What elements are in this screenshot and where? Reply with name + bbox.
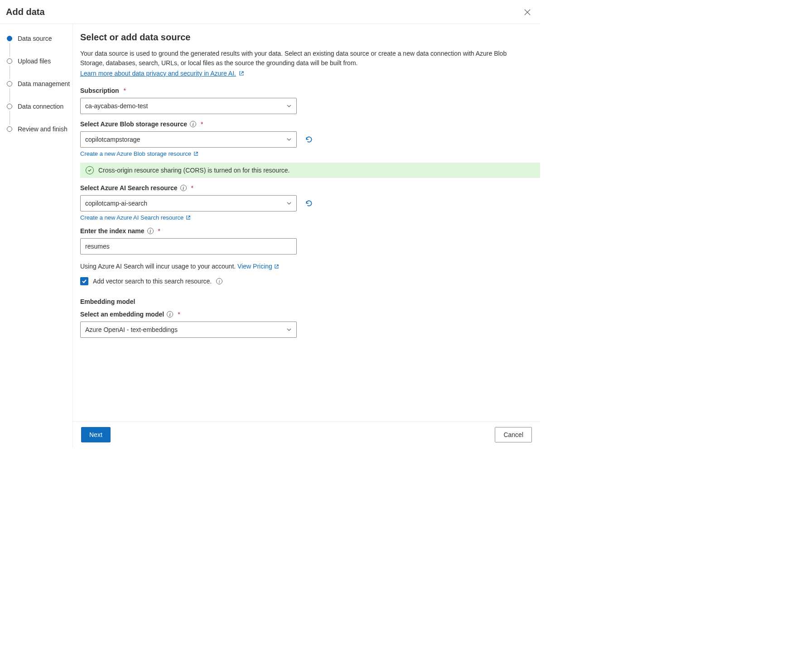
info-icon[interactable]: i [167,311,173,317]
blob-storage-field: Select Azure Blob storage resource i * c… [80,120,531,157]
page-description: Your data source is used to ground the g… [80,49,531,68]
info-icon[interactable]: i [190,121,196,127]
blob-storage-label: Select Azure Blob storage resource i * [80,120,203,128]
external-link-icon [193,151,198,156]
embedding-model-field: Select an embedding model i * Azure Open… [80,311,531,338]
learn-more-link[interactable]: Learn more about data privacy and securi… [80,70,244,77]
required-star: * [158,227,160,235]
embedding-model-select[interactable]: Azure OpenAI - text-embeddings [80,322,297,338]
vector-search-checkbox[interactable] [80,277,88,285]
step-bullet [7,126,12,132]
cors-success-banner: Cross-origin resource sharing (CORS) is … [80,163,540,178]
view-pricing-link[interactable]: View Pricing [237,263,279,270]
next-button[interactable]: Next [81,427,111,442]
dialog-body: Data source Upload files Data management… [0,24,540,448]
external-link-icon [186,215,191,220]
refresh-search-button[interactable] [305,199,313,207]
info-icon[interactable]: i [216,278,222,284]
blob-storage-select[interactable]: copilotcampstorage [80,131,297,148]
create-search-link[interactable]: Create a new Azure AI Search resource [80,214,191,221]
blob-storage-value: copilotcampstorage [85,136,140,143]
step-bullet-active [7,36,12,41]
embedding-model-value: Azure OpenAI - text-embeddings [85,326,178,333]
page-title: Select or add data source [80,32,531,43]
step-label: Data connection [18,103,63,110]
embedding-model-label: Select an embedding model i * [80,311,180,318]
ai-search-field: Select Azure AI Search resource i * copi… [80,184,531,221]
index-name-input[interactable]: resumes [80,238,297,254]
required-star: * [201,120,203,128]
step-data-source[interactable]: Data source [7,34,72,43]
chevron-down-icon [286,103,292,109]
step-review-finish[interactable]: Review and finish [7,125,72,134]
step-label: Upload files [18,58,51,65]
subscription-value: ca-aycabas-demo-test [85,102,148,110]
chevron-down-icon [286,327,292,332]
add-data-dialog: Add data Data source Upload files Data m… [0,0,541,448]
index-name-field: Enter the index name i * resumes [80,227,531,254]
subscription-field: Subscription * ca-aycabas-demo-test [80,87,531,114]
pricing-notice: Using Azure AI Search will incur usage t… [80,263,531,270]
step-label: Data management [18,80,70,87]
index-name-label: Enter the index name i * [80,227,160,235]
step-connector [10,111,10,125]
checkmark-icon [82,278,87,284]
create-blob-link[interactable]: Create a new Azure Blob storage resource [80,150,198,157]
chevron-down-icon [286,137,292,142]
ai-search-value: copilotcamp-ai-search [85,200,147,207]
step-bullet [7,81,12,86]
required-star: * [124,87,126,94]
chevron-down-icon [286,201,292,206]
cors-message: Cross-origin resource sharing (CORS) is … [98,167,290,174]
external-link-icon [239,71,244,76]
vector-search-checkbox-row: Add vector search to this search resourc… [80,277,531,285]
ai-search-select[interactable]: copilotcamp-ai-search [80,195,297,211]
external-link-icon [274,264,279,269]
subscription-label: Subscription * [80,87,126,94]
main-scroll[interactable]: Select or add data source Your data sour… [73,24,540,421]
step-label: Review and finish [18,125,68,133]
dialog-footer: Next Cancel [73,421,540,448]
ai-search-label: Select Azure AI Search resource i * [80,184,193,192]
embedding-section-label: Embedding model [80,298,531,305]
step-label: Data source [18,35,52,42]
dialog-header: Add data [0,0,540,24]
step-data-management[interactable]: Data management [7,79,72,88]
required-star: * [178,311,180,318]
close-icon [524,9,531,15]
step-upload-files[interactable]: Upload files [7,57,72,66]
index-name-value: resumes [85,243,110,250]
step-bullet [7,104,12,109]
info-icon[interactable]: i [180,185,187,191]
vector-search-label: Add vector search to this search resourc… [93,278,212,285]
step-connector [10,66,10,79]
wizard-steps-sidebar: Data source Upload files Data management… [0,24,73,448]
refresh-blob-button[interactable] [305,135,313,144]
main-panel: Select or add data source Your data sour… [73,24,540,448]
step-data-connection[interactable]: Data connection [7,102,72,111]
close-button[interactable] [523,8,532,17]
step-bullet [7,58,12,64]
step-connector [10,88,10,102]
info-icon[interactable]: i [147,228,154,234]
required-star: * [191,184,193,192]
step-connector [10,43,10,57]
checkmark-circle-icon [86,166,94,174]
dialog-title: Add data [6,7,45,17]
learn-more-text: Learn more about data privacy and securi… [80,70,236,77]
subscription-select[interactable]: ca-aycabas-demo-test [80,98,297,114]
cancel-button[interactable]: Cancel [495,427,532,442]
